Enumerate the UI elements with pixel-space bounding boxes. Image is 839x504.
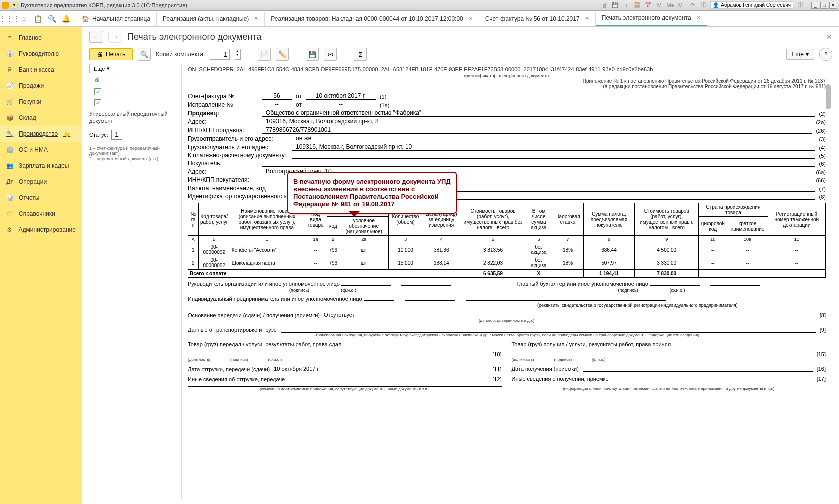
sidebar-item-directories[interactable]: 📁Справочники [0, 206, 82, 222]
bell-icon[interactable]: 🔔 [61, 14, 71, 24]
sidebar-item-bank[interactable]: ₽Банк и касса [0, 62, 82, 78]
info-icon[interactable]: ⓘ [699, 1, 707, 9]
tab-schet[interactable]: Счет-фактура № 56 от 10.10.2017✕ [479, 12, 596, 26]
forward-button[interactable]: → [108, 31, 122, 43]
sidebar-item-reports[interactable]: 📊Отчеты [0, 190, 82, 206]
mminus-icon[interactable]: M- [677, 1, 685, 9]
left-other-n: [12] [492, 376, 501, 382]
app-menu-dropdown[interactable]: ▾ [11, 2, 18, 9]
right-title: Товар (груз) получил / услуги, результат… [512, 341, 826, 347]
payment-num: (5) [819, 153, 826, 159]
checkbox-1[interactable]: ✓ [94, 88, 101, 95]
sidebar-item-manager[interactable]: 👔Руководителю [0, 46, 82, 62]
back-button[interactable]: ← [89, 31, 103, 43]
buyer-num: (6) [819, 161, 826, 167]
folder-icon: 📁 [6, 210, 14, 218]
close-icon[interactable]: ✕ [254, 15, 258, 22]
save-button[interactable]: 💾 [306, 48, 319, 61]
th-code: Код товара/ работ, услуг [198, 203, 230, 236]
sidebar-label: Банк и касса [19, 66, 54, 73]
search-icon[interactable]: 🔍 [47, 14, 57, 24]
sidebar-item-purchases[interactable]: 🛒Покупки [0, 94, 82, 110]
scrollbar[interactable] [826, 84, 831, 109]
sidebar-item-admin[interactable]: ⚙Администрирование [0, 222, 82, 238]
preview-button[interactable]: 🔍 [138, 48, 151, 61]
annex1: Приложение № 1 к постановлению Правитель… [188, 78, 826, 84]
sum-button[interactable]: Σ [354, 48, 367, 61]
currency-num: (7) [819, 186, 826, 192]
th-npp: № п/п [188, 203, 199, 236]
maximize-button[interactable]: □ [820, 2, 828, 9]
clipboard-icon[interactable]: 📋 [33, 14, 43, 24]
help-button[interactable]: ? [819, 48, 832, 61]
sidebar-item-assets[interactable]: 🏢ОС и НМА [0, 142, 82, 158]
right-date-label: Дата получения (приемки) [512, 366, 579, 372]
bars-icon: 📊 [6, 194, 14, 202]
sidebar-item-main[interactable]: ≡Главное [0, 30, 82, 46]
close-icon[interactable]: ✕ [696, 15, 701, 21]
close-icon[interactable]: ✕ [468, 15, 473, 22]
copies-input[interactable] [210, 49, 230, 60]
tab-realization[interactable]: Реализация (акты, накладные)✕ [157, 12, 265, 26]
chart-icon: 📈 [6, 82, 14, 90]
sig-sub3: (реквизиты свидетельства о государственн… [537, 303, 738, 308]
page-close-button[interactable]: ✕ [826, 33, 832, 41]
calc-icon[interactable]: 🧮 [633, 1, 641, 9]
sig-sub1b: (подпись) [618, 288, 638, 293]
sidebar-label: Склад [19, 114, 36, 121]
refresh-icon[interactable]: ⟳ [688, 1, 696, 9]
cart-icon: 🛒 [6, 98, 14, 106]
apps-icon[interactable]: ⋮⋮⋮ [5, 14, 15, 24]
sidebar-label: Справочники [19, 210, 55, 217]
copies-spinner[interactable]: ▲▼ [235, 49, 241, 60]
print-icon[interactable]: 🖨 [600, 1, 608, 9]
sidebar-item-warehouse[interactable]: 📦Склад [0, 110, 82, 126]
mplus-icon[interactable]: M+ [666, 1, 674, 9]
left-n: [10] [492, 351, 501, 357]
minimize-button[interactable]: _ [811, 2, 819, 9]
left-other-sub: (ссылки на неотъемлемые приложения, сопу… [188, 387, 502, 391]
calendar-icon[interactable]: 📅 [644, 1, 652, 9]
addr-num: (2а) [816, 119, 826, 125]
edit-button[interactable]: ✏️ [276, 48, 289, 61]
document-id: ON_SCHFDOPPR_2AL-496FF1C8-554C-4834-9CFB… [188, 65, 826, 73]
right-date-n: [16] [817, 366, 826, 372]
sidebar-item-production[interactable]: 🔧Производство 👆 [0, 126, 82, 142]
user-badge[interactable]: 👤 Абрамов Геннадий Сергеевич [710, 1, 793, 9]
sf-ot: от [296, 93, 302, 100]
star-icon[interactable]: ☆ [19, 14, 29, 24]
more-label: Еще [792, 51, 804, 58]
sidebar: ≡Главное 👔Руководителю ₽Банк и касса 📈Пр… [0, 27, 82, 504]
sidebar-label: Главное [19, 34, 42, 41]
seller-num: (2) [819, 111, 826, 117]
arrow-icon[interactable]: ↕ [622, 1, 630, 9]
th-excise: В том числе сумма акциза [525, 203, 552, 236]
save-icon[interactable]: 💾 [611, 1, 619, 9]
tab-label: Печать электронного документа [602, 14, 691, 21]
sidebar-item-operations[interactable]: ДтОперации [0, 174, 82, 190]
tab-invoice[interactable]: Реализация товаров: Накладная 0000-00004… [265, 12, 479, 26]
left-more-button[interactable]: Еще ▾ [89, 64, 114, 73]
transport-sub: (транспортная накладная, поручение экспе… [188, 333, 826, 337]
status-input[interactable] [111, 130, 122, 140]
window-title: Бухгалтерия предприятия КОРП, редакция 3… [21, 2, 600, 8]
isp-bracket: (1а) [380, 102, 390, 108]
invoice-table: № п/п Код товара/ работ, услуг Наименова… [188, 203, 826, 278]
close-button[interactable]: ✕ [829, 2, 837, 9]
checkbox-2[interactable]: ✓ [94, 99, 101, 106]
user-name: Абрамов Геннадий Сергеевич [721, 2, 791, 8]
help-icon[interactable]: ⓘ [796, 1, 804, 9]
callout-annotation: В печатную форму электронного документа … [287, 172, 457, 214]
sidebar-item-sales[interactable]: 📈Продажи [0, 78, 82, 94]
close-icon[interactable]: ✕ [585, 15, 589, 22]
print-button[interactable]: 🖨 Печать [89, 48, 133, 60]
tab-home[interactable]: 🏠 Начальная страница [76, 12, 157, 26]
sidebar-item-salary[interactable]: 👥Зарплата и кадры [0, 158, 82, 174]
more-button[interactable]: Еще ▾ [786, 49, 814, 60]
tab-label: Счет-фактура № 56 от 10.10.2017 [485, 15, 580, 22]
th-cname: краткое наименование [727, 217, 768, 236]
m-icon[interactable]: M [655, 1, 663, 9]
page-setup-button[interactable]: 📄 [258, 48, 271, 61]
tab-print[interactable]: Печать электронного документа✕ [596, 11, 707, 26]
email-button[interactable]: ✉ [324, 48, 337, 61]
